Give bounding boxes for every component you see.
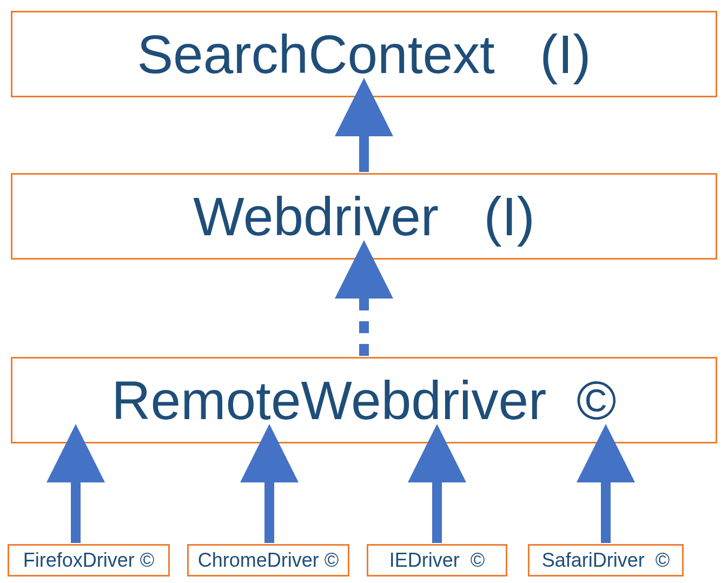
searchcontext-box: SearchContext (I)	[11, 11, 717, 97]
webdriver-box: Webdriver (I)	[11, 173, 717, 260]
firefoxdriver-box: FirefoxDriver ©	[8, 544, 170, 577]
iedriver-box: IEDriver ©	[367, 544, 507, 577]
safaridriver-box: SafariDriver ©	[528, 544, 684, 577]
remotewebdriver-box: RemoteWebdriver ©	[11, 357, 717, 443]
chromedriver-box: ChromeDriver ©	[187, 544, 349, 577]
diagram-canvas: SearchContext (I) Webdriver (I) RemoteWe…	[0, 0, 728, 583]
